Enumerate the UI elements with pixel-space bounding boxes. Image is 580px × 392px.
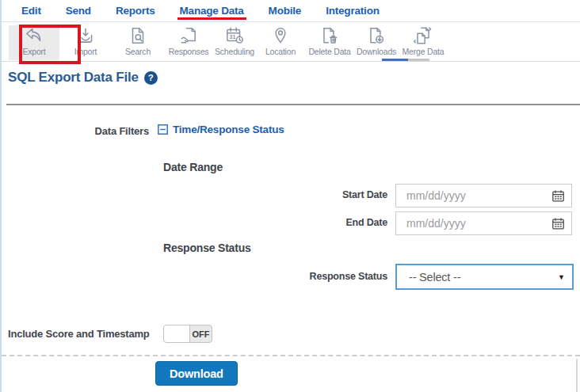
header-divider bbox=[6, 104, 580, 105]
date-range-heading: Date Range bbox=[163, 161, 223, 173]
start-date-calendar-button[interactable] bbox=[551, 189, 565, 203]
response-status-select[interactable]: -- Select -- ▼ bbox=[395, 264, 574, 290]
nav-tab-reports[interactable]: Reports bbox=[116, 5, 155, 17]
nav-tab-manage-data[interactable]: Manage Data bbox=[180, 5, 244, 17]
data-filters-label: Data Filters bbox=[2, 125, 149, 137]
svg-text:31: 31 bbox=[230, 34, 236, 40]
manage-data-toolbar: Export Import Search bbox=[2, 23, 580, 62]
end-date-label: End Date bbox=[263, 217, 387, 228]
page-header: SQL Export Data File ? bbox=[8, 70, 158, 86]
toolbar-export-button[interactable]: Export bbox=[9, 25, 59, 60]
location-icon bbox=[270, 25, 291, 46]
include-score-toggle[interactable]: OFF bbox=[163, 325, 212, 343]
toolbar-responses-label: Responses bbox=[169, 47, 209, 56]
red-underline-annotation bbox=[177, 17, 246, 20]
footer-separator bbox=[2, 355, 580, 356]
calendar-icon bbox=[551, 217, 565, 230]
toolbar-merge-data-label: Merge Data bbox=[403, 47, 445, 56]
toggle-state-label: OFF bbox=[190, 325, 212, 342]
toolbar-downloads-label: Downloads bbox=[357, 47, 396, 56]
nav-tab-manage-data-label: Manage Data bbox=[180, 5, 244, 17]
scheduling-icon: 31 bbox=[224, 25, 245, 46]
page-title: SQL Export Data File bbox=[8, 70, 139, 86]
sql-export-page: Edit Send Reports Manage Data Mobile Int… bbox=[0, 0, 580, 392]
time-response-status-toggle[interactable]: Time/Response Status bbox=[158, 124, 284, 135]
minus-square-icon bbox=[158, 124, 168, 135]
response-status-selected-value: -- Select -- bbox=[397, 271, 460, 284]
toolbar-scrollbar-thumb[interactable] bbox=[382, 59, 408, 61]
calendar-icon bbox=[551, 189, 565, 203]
nav-tab-edit[interactable]: Edit bbox=[21, 5, 41, 17]
toolbar-location-label: Location bbox=[265, 47, 296, 56]
export-icon bbox=[24, 25, 44, 46]
responses-icon bbox=[178, 25, 199, 46]
toggle-knob bbox=[164, 325, 190, 342]
download-button[interactable]: Download bbox=[155, 361, 238, 386]
help-icon[interactable]: ? bbox=[144, 71, 158, 85]
delete-data-icon bbox=[319, 25, 340, 46]
chevron-down-icon: ▼ bbox=[558, 273, 565, 281]
response-status-heading: Response Status bbox=[163, 242, 251, 254]
end-date-calendar-button[interactable] bbox=[551, 217, 565, 230]
vertical-scrollbar[interactable] bbox=[576, 359, 578, 392]
search-icon bbox=[128, 25, 148, 46]
start-date-field bbox=[395, 184, 572, 207]
toolbar-search-label: Search bbox=[125, 47, 151, 56]
include-score-label: Include Score and Timestamp bbox=[8, 328, 150, 340]
nav-tab-mobile[interactable]: Mobile bbox=[269, 5, 302, 17]
toolbar-scrollbar-track bbox=[408, 59, 429, 61]
start-date-label: Start Date bbox=[263, 189, 387, 200]
end-date-field bbox=[395, 211, 572, 235]
end-date-input[interactable] bbox=[396, 212, 571, 234]
start-date-input[interactable] bbox=[396, 185, 571, 207]
toolbar-delete-data-label: Delete Data bbox=[308, 47, 350, 56]
toolbar-import-button[interactable]: Import bbox=[60, 25, 111, 60]
toolbar-export-label: Export bbox=[22, 47, 45, 56]
nav-tab-integration[interactable]: Integration bbox=[326, 5, 380, 17]
toolbar-merge-data-button[interactable]: Merge Data bbox=[394, 25, 452, 60]
merge-data-icon bbox=[413, 25, 433, 46]
time-response-status-label: Time/Response Status bbox=[173, 124, 284, 135]
toolbar-scheduling-label: Scheduling bbox=[215, 47, 254, 56]
toolbar-import-label: Import bbox=[74, 47, 97, 56]
toolbar-search-button[interactable]: Search bbox=[113, 25, 163, 60]
top-nav: Edit Send Reports Manage Data Mobile Int… bbox=[2, 0, 580, 22]
downloads-icon bbox=[366, 25, 387, 46]
import-icon bbox=[75, 25, 96, 46]
response-status-label: Response Status bbox=[263, 271, 387, 282]
nav-tab-send[interactable]: Send bbox=[66, 5, 91, 17]
